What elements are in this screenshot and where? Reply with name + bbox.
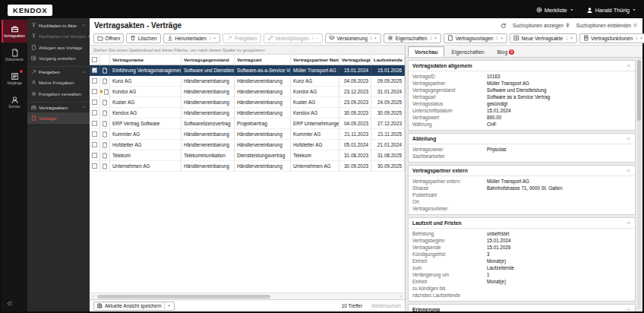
column-header[interactable]: Vertragspartner Name: [291, 55, 339, 65]
row-checkbox[interactable]: [90, 108, 100, 119]
sidebar-item-vertraege[interactable]: Verträge: [27, 112, 90, 124]
scrollbar-thumb[interactable]: [97, 295, 270, 299]
section-header[interactable]: Vertragspartner extern: [409, 166, 635, 176]
row-checkbox[interactable]: [90, 161, 100, 172]
rail-item-dokumente[interactable]: Dokumente: [2, 43, 27, 66]
table-row[interactable]: Kummler AG Händlervereinbarung Händlerve…: [90, 129, 405, 140]
horizontal-scrollbar[interactable]: [90, 292, 405, 299]
property-row: Vertragsnummer: [412, 205, 631, 212]
tab-vorschau[interactable]: Vorschau: [408, 46, 444, 57]
scrollbar-thumb[interactable]: [637, 60, 641, 121]
expand-search-options-button[interactable]: Suchoptionen einblenden: [576, 23, 638, 28]
toolbar-button-versionierung[interactable]: Versionierung: [325, 33, 381, 43]
sidebar-item-vorgang-erstellen[interactable]: Vorgang erstellen: [27, 53, 90, 65]
row-checkbox[interactable]: [90, 140, 100, 150]
sidebar-section-vertragsakten[interactable]: Vertragsakten: [27, 102, 90, 113]
row-checkbox[interactable]: [90, 129, 100, 140]
scroll-left-icon[interactable]: [91, 295, 95, 299]
sidebar-section-hochladen-in-akte[interactable]: Hochladen in Akte: [27, 20, 90, 31]
sidebar-item-meine-freigaben[interactable]: Meine Freigaben: [27, 77, 90, 89]
column-header[interactable]: Vertragsart: [235, 55, 291, 65]
toolbar-button-loeschen[interactable]: Löschen: [126, 33, 160, 43]
sidebar-item-freigaben-verwalten[interactable]: Freigaben verwalten: [27, 88, 90, 100]
row-checkbox[interactable]: [90, 119, 100, 129]
refresh-button[interactable]: [500, 23, 507, 29]
property-value: [487, 198, 631, 205]
column-header[interactable]: Laufzeitende: [371, 55, 405, 65]
property-label: Kündigungsfrist: [412, 251, 487, 258]
sidebar-item-ablegen-aus-vorlage[interactable]: Ablegen aus Vorlage: [27, 42, 90, 53]
table-row[interactable]: Hofstetter AG Händlervereinbarung Händle…: [90, 140, 405, 150]
merkliste-button[interactable]: Merkliste: [536, 7, 574, 14]
column-header[interactable]: Vertragsbeginn: [339, 55, 371, 65]
cell-vertragsbeginn: 30.09.2023: [339, 161, 371, 172]
property-value: Monat(e): [487, 258, 631, 264]
toolbar-button-freigeben[interactable]: Freigeben: [223, 33, 260, 43]
section-header[interactable]: Erinnerung: [409, 305, 635, 311]
chevron-up-icon: [626, 307, 631, 311]
row-checkbox[interactable]: [90, 150, 100, 161]
toolbar-button-verknuepfungen[interactable]: Verknüpfungen: [264, 33, 323, 43]
rail-item-service[interactable]: Service: [2, 90, 27, 113]
cell-vertragspartner: ERP Unternehmungen: [291, 119, 339, 129]
show-search-options-button[interactable]: Suchoptionen anzeigen: [513, 23, 570, 28]
table-row[interactable]: Kendox AG Händlervereinbarung Händlerver…: [90, 108, 405, 119]
toolbar-button-vertragsfunktionen[interactable]: Vertragsfunktionen: [579, 33, 644, 43]
table-row[interactable]: ERP Vertrag Software Softwarelizenzvertr…: [90, 119, 405, 129]
cell-vertragsart: Händlervereinbarung: [235, 76, 291, 87]
caret-down-icon[interactable]: [167, 304, 171, 308]
contracts-table: VertragsnameVertragsgegenstandVertragsar…: [90, 55, 405, 292]
cell-laufzeitende: 09.09.2025: [371, 76, 405, 87]
row-type-cell: [100, 65, 110, 76]
section-header[interactable]: Vertragsdaten allgemein: [409, 61, 635, 71]
preview-scrollbar[interactable]: [637, 60, 641, 309]
collapse-sidebar-button[interactable]: [2, 296, 27, 311]
row-checkbox[interactable]: [90, 97, 100, 108]
row-checkbox[interactable]: [90, 87, 100, 97]
cell-laufzeitende: 24.09.2025: [371, 97, 405, 108]
table-row[interactable]: Telekom Telekommunikation Dienstleistung…: [90, 150, 405, 161]
row-type-cell: [100, 76, 110, 87]
cell-vertragsbeginn: 23.09.2023: [339, 97, 371, 108]
section-header[interactable]: Laufzeit und Fristen: [409, 218, 635, 229]
property-row: Vertragsgegenstand Software und Dienstle…: [412, 87, 631, 93]
toolbar-button-eigenschaften[interactable]: Eigenschaften: [384, 33, 441, 43]
table-row[interactable]: Unternehmen AG Händlervereinbarung Händl…: [90, 161, 405, 172]
toolbar-button-herunterladen[interactable]: Herunterladen: [163, 33, 221, 43]
preview-panel: Vorschau Eigenschaften Blog 0: [405, 46, 642, 311]
table-row[interactable]: Einführung Vertragsmanagement Software u…: [90, 65, 405, 76]
cell-vertragsart: Händlervereinbarung: [235, 129, 291, 140]
select-all-checkbox[interactable]: [90, 55, 100, 65]
table-row[interactable]: Kuster AG Händlervereinbarung Händlerver…: [90, 97, 405, 108]
rail-item-vorgaenge[interactable]: Vorgänge: [2, 67, 27, 90]
table-row[interactable]: Kondor AG Händlervereinbarung Händlerver…: [90, 87, 405, 97]
section-header[interactable]: Abteilung: [409, 134, 635, 144]
upload-icon: [31, 33, 36, 39]
tab-blog[interactable]: Blog 0: [491, 46, 521, 57]
toolbar-button-oeffnen[interactable]: Öffnen: [93, 33, 124, 43]
continue-search-button[interactable]: Weitersuchen: [371, 303, 401, 308]
main-header: Vertragsakten - Verträge Suchoptionen an…: [90, 18, 642, 31]
table-row[interactable]: Kunz AG Händlervereinbarung Händlerverei…: [90, 76, 405, 87]
preview-section: Laufzeit und Fristen Befristung unbefris…: [408, 217, 636, 302]
cell-vertragspartner: Kondor AG: [291, 87, 339, 97]
row-checkbox[interactable]: [90, 76, 100, 87]
row-checkbox[interactable]: [90, 65, 100, 76]
cell-laufzeitende: 27.12.2023: [371, 119, 405, 129]
collapse-left-icon: [6, 300, 13, 307]
tab-eigenschaften[interactable]: Eigenschaften: [445, 46, 490, 57]
sidebar-item-hochladen-mit-version[interactable]: Hochladen mit Version: [27, 31, 90, 43]
scroll-right-icon[interactable]: [399, 295, 403, 299]
column-header[interactable]: Vertragsgegenstand: [182, 55, 235, 65]
cell-vertragsgegenstand: Händlervereinbarung: [182, 161, 235, 172]
property-value: gekündigt: [487, 100, 631, 107]
column-header[interactable]: Vertragsname: [110, 55, 182, 65]
user-menu[interactable]: Harald Thürig: [586, 7, 636, 14]
sidebar-section-freigeben[interactable]: Freigeben: [27, 66, 90, 77]
save-view-button[interactable]: Aktuelle Ansicht speichern: [93, 302, 175, 311]
header-controls: Suchoptionen anzeigen Suchoptionen einbl…: [500, 23, 638, 29]
rail-item-vertragsakten[interactable]: Vertragsakten: [2, 20, 27, 43]
row-type-cell: [100, 161, 110, 172]
toolbar-button-vertragsvorlagen[interactable]: Vertragsvorlagen: [444, 33, 507, 43]
toolbar-button-neue-vertragsakte[interactable]: Neue Vertragsakte: [510, 33, 577, 43]
